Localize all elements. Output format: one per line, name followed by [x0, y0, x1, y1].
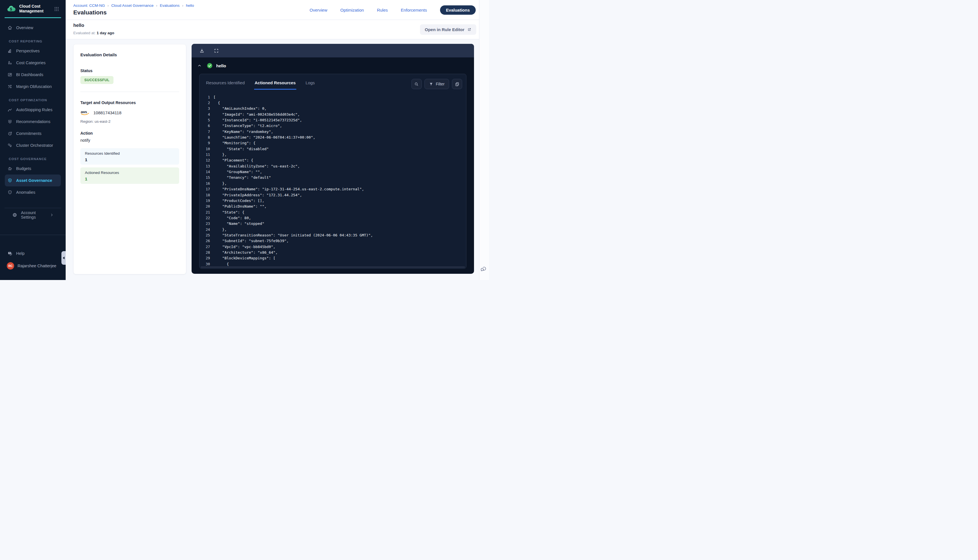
line-number: 15 — [200, 175, 210, 180]
sidebar-item-margin-obfuscation[interactable]: Margin Obfuscation — [5, 81, 61, 92]
code-line: 29 "BlockDeviceMappings": [ — [200, 255, 466, 261]
rule-result-row[interactable]: hello — [192, 57, 474, 74]
sidebar-item-label: Budgets — [16, 166, 31, 171]
line-content: "LaunchTime": "2024-06-06T04:41:37+00:00… — [210, 135, 315, 140]
sidebar-item-label: Overview — [16, 25, 33, 30]
external-link-icon — [467, 27, 471, 32]
percent-arrow-icon — [7, 84, 12, 89]
breadcrumb-separator: › — [156, 3, 157, 8]
line-content: "ProductCodes": [], — [210, 198, 264, 203]
resources-identified-value: 1 — [85, 157, 175, 162]
breadcrumb-module[interactable]: Cloud Asset Governance — [111, 3, 154, 8]
search-button[interactable] — [411, 79, 422, 89]
code-line: 14 "GroupName": "", — [200, 169, 466, 175]
trend-line-icon — [7, 107, 12, 112]
line-number: 17 — [200, 187, 210, 191]
funnel-icon — [429, 82, 433, 86]
line-content: "SubnetId": "subnet-75fe9b39", — [210, 239, 289, 243]
code-line: 4 "ImageId": "ami-002438e556dd03e4c", — [200, 112, 466, 117]
search-icon — [414, 82, 419, 87]
tab-logs[interactable]: Logs — [305, 79, 315, 90]
line-content: "Placement": { — [210, 158, 253, 162]
line-content: "VpcId": "vpc-bb845bd0", — [210, 245, 275, 249]
line-number: 27 — [200, 245, 210, 249]
action-value: notify — [80, 138, 179, 143]
piggy-bank-icon: $ — [7, 166, 12, 171]
breadcrumb-separator: › — [108, 3, 108, 8]
sidebar-item-overview[interactable]: Overview — [5, 22, 61, 34]
actioned-resources-label: Actioned Resources — [85, 170, 175, 175]
line-number: 21 — [200, 210, 210, 214]
evaluated-at-value: 1 day ago — [97, 31, 114, 35]
collapse-left-arrow-icon — [63, 257, 65, 259]
app-switcher-grid-icon[interactable] — [54, 7, 59, 11]
code-line: 16 }, — [200, 180, 466, 186]
sidebar-item-autostopping-rules[interactable]: AutoStopping Rules — [5, 104, 61, 116]
tab-optimization[interactable]: Optimization — [340, 8, 364, 12]
code-line: 18 "PrivateIpAddress": "172.31.44.254", — [200, 192, 466, 198]
tab-actioned-resources[interactable]: Actioned Resources — [254, 79, 296, 90]
filter-button[interactable]: Filter — [424, 79, 449, 89]
sidebar-item-anomalies[interactable]: ! Anomalies — [5, 187, 61, 198]
code-line: 12 "Placement": { — [200, 158, 466, 163]
tab-enforcements[interactable]: Enforcements — [401, 8, 427, 12]
code-line: 13 "AvailabilityZone": "us-east-2c", — [200, 163, 466, 169]
help-button[interactable]: ? Help — [7, 251, 66, 256]
line-content: "AmiLaunchIndex": 0, — [210, 106, 267, 111]
tab-evaluations-active[interactable]: Evaluations — [440, 5, 476, 15]
sidebar-item-asset-governance[interactable]: $ Asset Governance — [5, 175, 61, 187]
chevron-up-icon[interactable] — [197, 63, 202, 68]
sidebar-item-recommendations[interactable]: Recommendations — [5, 116, 61, 128]
code-line: 6 "InstanceType": "t2.micro", — [200, 123, 466, 129]
user-menu[interactable]: RC Rajarshee Chatterjee — [7, 262, 66, 270]
line-number: 16 — [200, 181, 210, 185]
line-content: "InstanceType": "t2.micro", — [210, 123, 282, 128]
bar-chart-icon — [7, 48, 12, 53]
svg-text:$: $ — [10, 7, 12, 11]
horizontal-scrollbar[interactable] — [200, 267, 465, 268]
sidebar-item-label: AutoStopping Rules — [16, 107, 52, 112]
sidebar-item-cluster-orchestrator[interactable]: Cluster Orchestrator — [5, 140, 61, 151]
download-icon[interactable] — [199, 48, 205, 53]
code-lines[interactable]: 1[2 {3 "AmiLaunchIndex": 0,4 "ImageId": … — [200, 94, 466, 267]
svg-text:aws: aws — [81, 110, 87, 114]
viewer-toolbar — [192, 44, 474, 57]
breadcrumb-page[interactable]: Evaluations — [160, 3, 180, 8]
tab-actions: Filter — [411, 79, 462, 89]
breadcrumb-current[interactable]: hello — [186, 3, 194, 8]
dashboard-image-icon — [7, 72, 12, 77]
tab-resources-identified[interactable]: Resources Identified — [205, 79, 245, 90]
fullscreen-icon[interactable] — [214, 48, 219, 53]
sidebar-item-perspectives[interactable]: Perspectives — [5, 45, 61, 57]
svg-text:?: ? — [9, 252, 10, 254]
sidebar-item-bi-dashboards[interactable]: BI Dashboards — [5, 69, 61, 81]
feedback-chat-icon[interactable] — [480, 265, 487, 273]
line-number: 2 — [200, 101, 210, 105]
cloud-account-row: aws 108817434118 — [80, 110, 179, 116]
sidebar-item-cost-categories[interactable]: Cost Categories — [5, 57, 61, 69]
evaluation-name: hello — [73, 23, 84, 28]
sidebar-item-budgets[interactable]: $ Budgets — [5, 163, 61, 175]
line-number: 23 — [200, 222, 210, 226]
copy-button[interactable] — [452, 79, 462, 89]
breadcrumb-account[interactable]: Account: CCM-NG — [73, 3, 105, 8]
tab-rules[interactable]: Rules — [377, 8, 388, 12]
sidebar-item-label: Cost Categories — [16, 60, 45, 65]
sidebar-item-account-settings[interactable]: Account Settings — [10, 209, 56, 221]
main-content: Evaluation Details Status SUCCESSFUL Tar… — [66, 39, 479, 280]
line-content: "Monitoring": { — [210, 141, 255, 145]
sidebar-divider — [5, 208, 61, 208]
page-scroll-gutter[interactable] — [479, 0, 489, 280]
line-number: 1 — [200, 95, 210, 99]
sidebar-collapse-handle[interactable] — [62, 251, 66, 265]
sidebar-item-label: Cluster Orchestrator — [16, 143, 53, 148]
line-number: 19 — [200, 198, 210, 203]
open-in-rule-editor-button[interactable]: Open in Rule Editor — [420, 24, 476, 35]
code-line: 26 "SubnetId": "subnet-75fe9b39", — [200, 238, 466, 244]
line-content: }, — [210, 152, 227, 157]
line-content: }, — [210, 181, 227, 185]
gear-icon — [12, 212, 17, 217]
code-line: 20 "PublicDnsName": "", — [200, 203, 466, 209]
tab-overview[interactable]: Overview — [310, 8, 327, 12]
sidebar-item-commitments[interactable]: Commitments — [5, 128, 61, 140]
